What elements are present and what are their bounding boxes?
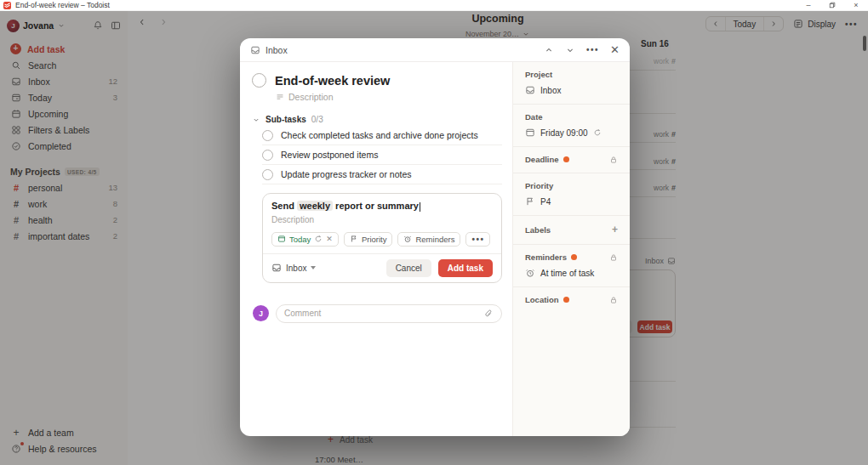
alarm-clock-icon <box>403 235 412 243</box>
date-keyword-highlight: weekly <box>297 201 333 211</box>
flag-icon <box>350 235 358 243</box>
location-section[interactable]: Location <box>513 287 630 313</box>
chevron-down-icon[interactable] <box>565 45 575 55</box>
task-name-input[interactable]: Send weekly report or summary <box>271 201 493 212</box>
recurring-icon <box>314 235 323 243</box>
labels-section[interactable]: Labels + <box>513 216 630 245</box>
task-title[interactable]: End-of-week review <box>275 74 390 88</box>
chevron-up-icon[interactable] <box>544 45 554 55</box>
more-options-chip[interactable]: ••• <box>465 232 490 247</box>
description-icon <box>276 93 284 101</box>
reminders-chip[interactable]: Reminders <box>397 232 460 247</box>
task-detail-modal: Inbox ••• ✕ End-of-week review <box>240 38 630 436</box>
priority-section[interactable]: Priority P4 <box>513 173 630 216</box>
comment-avatar: J <box>253 305 269 321</box>
chevron-down-icon <box>252 116 260 124</box>
chevron-down-icon <box>311 266 316 269</box>
todoist-logo-icon <box>3 2 11 9</box>
subtask-row[interactable]: Check completed tasks and archive done p… <box>262 126 502 145</box>
comment-input[interactable] <box>284 309 478 318</box>
subtask-checkbox[interactable] <box>262 130 273 141</box>
pro-badge-icon <box>563 156 569 162</box>
window-title: End-of-week review – Todoist <box>15 1 110 9</box>
subtask-row[interactable]: Update progress tracker or notes <box>262 165 502 184</box>
os-titlebar: End-of-week review – Todoist – × <box>0 0 868 11</box>
add-label-icon[interactable]: + <box>612 224 618 235</box>
text-cursor <box>420 202 420 212</box>
subtasks-header[interactable]: Sub-tasks 0/3 <box>252 115 502 124</box>
subtask-row[interactable]: Review postponed items <box>262 145 502 165</box>
description-field[interactable]: Description <box>276 92 502 102</box>
add-task-button[interactable]: Add task <box>438 259 493 277</box>
lock-icon <box>609 253 618 262</box>
subtasks-count: 0/3 <box>311 115 323 124</box>
close-icon[interactable]: ✕ <box>610 43 620 56</box>
add-subtask-editor[interactable]: Send weekly report or summary Descriptio… <box>262 193 502 283</box>
subtask-checkbox[interactable] <box>262 150 273 161</box>
calendar-icon <box>525 128 535 138</box>
minimize-icon[interactable]: – <box>797 0 820 10</box>
modal-breadcrumb[interactable]: Inbox <box>250 45 288 55</box>
reminders-section[interactable]: Reminders At time of task <box>513 245 630 287</box>
project-selector[interactable]: Inbox <box>271 263 316 273</box>
date-section[interactable]: Date Friday 09:00 <box>513 105 630 147</box>
comment-input-wrap <box>276 304 502 323</box>
priority-chip[interactable]: Priority <box>344 232 393 247</box>
close-window-icon[interactable]: × <box>844 0 868 10</box>
inbox-icon <box>271 263 282 273</box>
lock-icon <box>609 156 618 164</box>
cancel-button[interactable]: Cancel <box>386 259 431 277</box>
inbox-icon <box>525 85 535 95</box>
calendar-icon <box>277 235 286 243</box>
alarm-clock-icon <box>525 268 535 278</box>
deadline-section[interactable]: Deadline <box>513 147 630 173</box>
paperclip-icon[interactable] <box>483 309 494 319</box>
pro-badge-icon <box>571 254 577 260</box>
recurring-icon <box>593 128 602 137</box>
flag-icon <box>525 196 535 207</box>
task-checkbox[interactable] <box>252 73 266 88</box>
app-window: End-of-week review – Todoist – × J Jovan… <box>0 0 868 465</box>
window-controls: – × <box>797 0 868 10</box>
clear-date-icon[interactable]: ✕ <box>326 235 333 243</box>
description-input[interactable]: Description <box>271 215 493 224</box>
lock-icon <box>609 296 618 304</box>
project-section[interactable]: Project Inbox <box>513 62 630 105</box>
due-date-chip[interactable]: Today ✕ <box>271 232 339 247</box>
inbox-icon <box>250 45 260 55</box>
restore-icon[interactable] <box>820 0 844 10</box>
task-attributes-panel: Project Inbox Date Friday 09:00 <box>512 62 630 436</box>
subtask-checkbox[interactable] <box>262 169 273 180</box>
more-actions-icon[interactable]: ••• <box>586 45 599 54</box>
pro-badge-icon <box>563 297 569 303</box>
